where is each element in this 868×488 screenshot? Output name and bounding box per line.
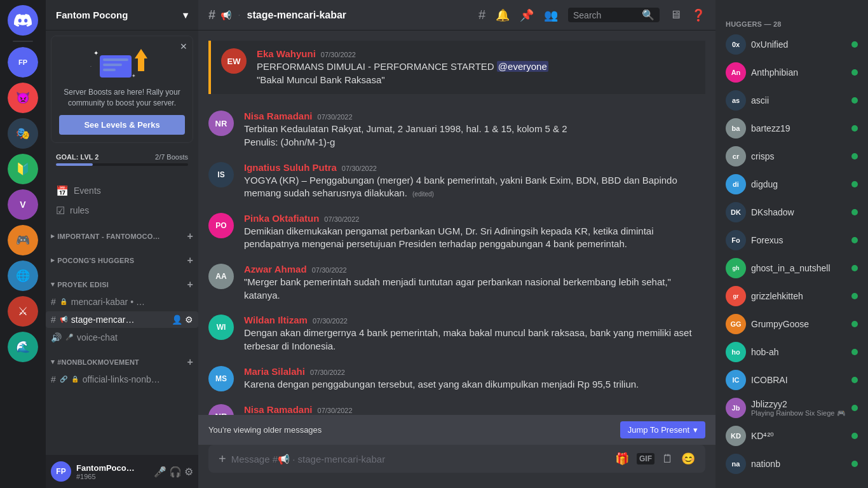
msg2-author[interactable]: Nisa Ramadani <box>244 111 313 121</box>
member-name-ICOBRAI: ICOBRAI <box>751 375 846 385</box>
members-category-huggers: HUGGERS — 28 <box>721 10 863 30</box>
jump-to-present-button[interactable]: Jump To Present ▾ <box>620 421 705 438</box>
rules-nav-item[interactable]: ☑ rules <box>51 201 193 220</box>
msg1-author[interactable]: Eka Wahyuni <box>257 48 316 59</box>
member-hob-ah[interactable]: ho hob-ah <box>721 338 863 366</box>
events-nav-item[interactable]: 📅 Events <box>51 181 193 201</box>
msg7-author[interactable]: Maria Silalahi <box>244 366 305 377</box>
emoji-icon[interactable]: 😊 <box>681 452 695 466</box>
add-member-icon[interactable]: 👤 <box>172 315 182 325</box>
category-nonblok-label: #NONBLOKMOVEMENT <box>57 358 187 366</box>
close-banner-button[interactable]: ✕ <box>180 41 187 51</box>
msg1-header: Eka Wahyuni 07/30/2022 <box>257 48 548 59</box>
msg6-time: 07/30/2022 <box>313 317 348 325</box>
channel-actions: 👤 ⚙ <box>172 315 193 325</box>
add-channel-icon-2[interactable]: + <box>187 255 193 266</box>
channel-stage-mencari-kabar[interactable]: # 📢 stage-mencar… 👤 ⚙ <box>46 311 198 328</box>
member-bartezz19[interactable]: ba bartezz19 <box>721 114 863 142</box>
add-channel-icon-4[interactable]: + <box>187 356 193 368</box>
member-info-nationb: nationb <box>751 459 846 469</box>
status-dot-grizzlehkitteh <box>851 293 858 299</box>
hashtag-header-icon[interactable]: # <box>478 8 485 22</box>
add-channel-icon-3[interactable]: + <box>187 279 193 290</box>
attach-button[interactable]: + <box>219 452 226 466</box>
member-KD[interactable]: KD KD⁴²⁰ <box>721 422 863 450</box>
member-Forexus[interactable]: Fo Forexus <box>721 226 863 254</box>
message-row-4: PO Pinka Oktafiatun 07/30/2022 Demikian … <box>198 212 715 252</box>
category-proyek[interactable]: ▾ PROYEK EDISI + <box>46 269 198 293</box>
member-Anthphibian[interactable]: An Anthphibian <box>721 58 863 86</box>
server-icon-4[interactable]: 🔰 <box>8 154 38 184</box>
member-crisps[interactable]: cr crisps <box>721 142 863 170</box>
svg-text:✦: ✦ <box>132 73 136 79</box>
member-name-grizzlehkitteh: grizzlehkitteh <box>751 291 846 301</box>
category-important[interactable]: ▸ IMPORTANT - FANTOMOCO… + <box>46 220 198 245</box>
member-avatar-crisps: cr <box>726 146 746 166</box>
see-levels-button[interactable]: See Levels & Perks <box>59 115 185 135</box>
channel-voice-chat[interactable]: 🔊 🎤 voice-chat <box>46 329 198 346</box>
server-header[interactable]: Fantom Pocong ▾ <box>46 0 198 30</box>
add-channel-icon[interactable]: + <box>187 231 193 242</box>
pin-icon[interactable]: 📌 <box>520 8 534 22</box>
boost-goal-bar: GOAL: LVL 2 2/7 Boosts <box>46 148 198 171</box>
channel-header: # 📢 · stage-mencari-kabar # 🔔 📌 👥 🔍 🖥 ❓ <box>198 0 715 30</box>
mic-toggle-icon[interactable]: 🎤 <box>154 466 166 478</box>
gif-icon[interactable]: GIF <box>637 453 654 464</box>
help-icon[interactable]: ❓ <box>691 8 705 22</box>
member-grizzlehkitteh[interactable]: gr grizzlehkitteh <box>721 282 863 310</box>
member-ascii[interactable]: as ascii <box>721 86 863 114</box>
boost-banner: ✕ ✦ ✦ · Server Boosts are here! Rally yo… <box>51 36 193 143</box>
monitor-icon[interactable]: 🖥 <box>670 8 681 22</box>
channel-mencari-kabar[interactable]: # 🔒 mencari-kabar • … <box>46 294 198 310</box>
gift-icon[interactable]: 🎁 <box>615 452 629 466</box>
msg5-author[interactable]: Azwar Ahmad <box>244 264 307 274</box>
member-avatar-0xUnified: 0x <box>726 34 746 55</box>
server-icon-2[interactable]: 👿 <box>8 83 38 113</box>
msg1-text2: "Bakal Muncul Bank Raksasa" <box>257 74 548 87</box>
settings-icon[interactable]: ⚙ <box>185 315 193 325</box>
headset-icon[interactable]: 🎧 <box>169 466 182 478</box>
category-huggers[interactable]: ▸ POCONG'S HUGGERS + <box>46 245 198 269</box>
member-info-digdug: digdug <box>751 179 846 189</box>
message-input[interactable] <box>231 447 610 471</box>
bell-icon[interactable]: 🔔 <box>496 8 510 22</box>
category-nonblok[interactable]: ▾ #NONBLOKMOVEMENT + <box>46 346 198 370</box>
member-Jblizzyy2[interactable]: Jb Jblizzyy2 Playing Rainbow Six Siege 🎮 <box>721 394 863 422</box>
message-row-2: NR Nisa Ramadani 07/30/2022 Terbitan Ked… <box>198 109 715 150</box>
server-icon-5[interactable]: V <box>8 189 38 220</box>
goal-progress[interactable]: 2/7 Boosts <box>155 153 188 161</box>
member-digdug[interactable]: di digdug <box>721 170 863 198</box>
status-dot-nationb <box>851 461 858 467</box>
member-ICOBRAI[interactable]: IC ICOBRAI <box>721 366 863 394</box>
member-ghost[interactable]: gh ghost_in_a_nutshell <box>721 254 863 282</box>
server-icon-1[interactable]: FP <box>8 47 38 78</box>
nav-section: 📅 Events ☑ rules <box>46 171 198 220</box>
channel-official-links[interactable]: # 🔗 🔒 official-links-nonb… <box>46 371 198 388</box>
member-GrumpyGoose[interactable]: GG GrumpyGoose <box>721 310 863 338</box>
msg2-content: Nisa Ramadani 07/30/2022 Terbitan Kedaul… <box>244 111 705 149</box>
msg8-author[interactable]: Nisa Ramadani <box>244 404 313 415</box>
server-icon-3[interactable]: 🎭 <box>8 118 38 149</box>
search-bar[interactable]: 🔍 <box>568 8 660 22</box>
msg5-content: Azwar Ahmad 07/30/2022 "Merger bank peme… <box>244 264 705 302</box>
server-icon-9[interactable]: 🌊 <box>8 332 38 362</box>
channel-sidebar: Fantom Pocong ▾ ✕ ✦ ✦ · Server Boosts ar… <box>46 0 198 488</box>
category-chevron-icon: ▸ <box>51 232 55 240</box>
member-info-ascii: ascii <box>751 95 846 105</box>
member-name-Forexus: Forexus <box>751 235 846 245</box>
sticker-icon[interactable]: 🗒 <box>662 452 674 466</box>
msg4-author[interactable]: Pinka Oktafiatun <box>244 213 319 224</box>
member-DKshadow[interactable]: DK DKshadow <box>721 198 863 226</box>
search-input[interactable] <box>573 10 638 20</box>
user-settings-icon[interactable]: ⚙ <box>184 466 193 478</box>
discord-home-button[interactable] <box>8 5 38 36</box>
msg3-author[interactable]: Ignatius Suluh Putra <box>244 162 337 173</box>
msg6-author[interactable]: Wildan Iltizam <box>244 315 308 325</box>
member-nationb[interactable]: na nationb <box>721 450 863 478</box>
member-0xUnified[interactable]: 0x 0xUnified <box>721 30 863 58</box>
members-icon[interactable]: 👥 <box>544 8 558 22</box>
server-icon-8[interactable]: ⚔ <box>8 296 38 327</box>
server-icon-7[interactable]: 🌐 <box>8 261 38 291</box>
server-icon-6[interactable]: 🎮 <box>8 225 38 255</box>
header-icons: # 🔔 📌 👥 🔍 🖥 ❓ <box>478 8 705 22</box>
